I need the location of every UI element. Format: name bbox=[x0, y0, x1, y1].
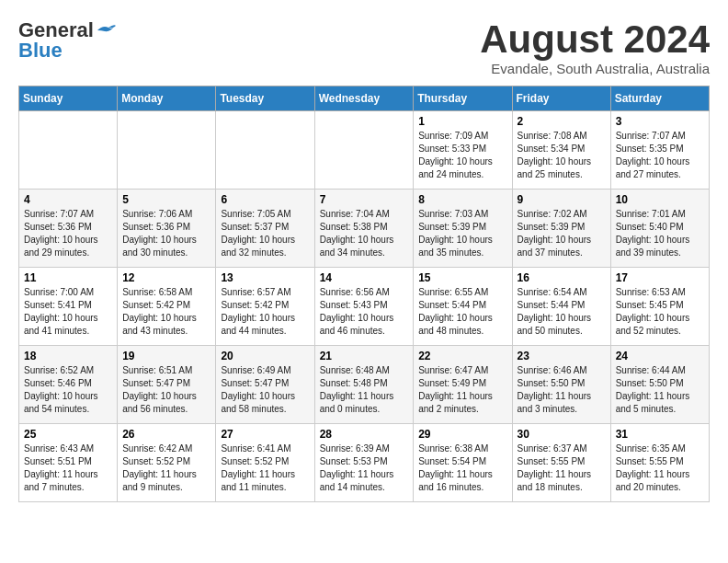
day-number: 23 bbox=[518, 350, 606, 362]
calendar-cell bbox=[118, 111, 216, 190]
calendar-cell bbox=[216, 111, 314, 190]
day-number: 17 bbox=[616, 271, 704, 284]
calendar-cell: 17Sunrise: 6:53 AMSunset: 5:45 PMDayligh… bbox=[610, 268, 709, 346]
calendar-cell: 24Sunrise: 6:44 AMSunset: 5:50 PMDayligh… bbox=[610, 346, 709, 424]
day-info: Sunrise: 6:42 AMSunset: 5:52 PMDaylight:… bbox=[122, 442, 210, 494]
calendar-cell: 4Sunrise: 7:07 AMSunset: 5:36 PMDaylight… bbox=[19, 190, 118, 268]
calendar-cell: 6Sunrise: 7:05 AMSunset: 5:37 PMDaylight… bbox=[216, 190, 314, 268]
month-title: August 2024 bbox=[480, 18, 710, 61]
title-block: August 2024 Evandale, South Australia, A… bbox=[480, 18, 710, 76]
calendar-week-row: 25Sunrise: 6:43 AMSunset: 5:51 PMDayligh… bbox=[19, 424, 710, 502]
calendar-cell: 19Sunrise: 6:51 AMSunset: 5:47 PMDayligh… bbox=[118, 346, 216, 424]
day-info: Sunrise: 7:00 AMSunset: 5:41 PMDaylight:… bbox=[24, 286, 112, 338]
day-info: Sunrise: 7:05 AMSunset: 5:37 PMDaylight:… bbox=[221, 208, 309, 259]
day-number: 26 bbox=[122, 428, 210, 441]
day-number: 28 bbox=[320, 428, 409, 441]
day-number: 2 bbox=[518, 115, 606, 128]
day-info: Sunrise: 7:07 AMSunset: 5:35 PMDaylight:… bbox=[616, 130, 704, 181]
calendar-week-row: 11Sunrise: 7:00 AMSunset: 5:41 PMDayligh… bbox=[19, 268, 710, 346]
day-info: Sunrise: 7:04 AMSunset: 5:38 PMDaylight:… bbox=[320, 208, 409, 259]
day-info: Sunrise: 6:37 AMSunset: 5:55 PMDaylight:… bbox=[518, 442, 606, 494]
day-info: Sunrise: 7:02 AMSunset: 5:39 PMDaylight:… bbox=[518, 208, 606, 259]
calendar-cell: 12Sunrise: 6:58 AMSunset: 5:42 PMDayligh… bbox=[118, 268, 216, 346]
weekday-header: Wednesday bbox=[314, 86, 414, 111]
day-number: 16 bbox=[518, 271, 606, 284]
day-number: 22 bbox=[418, 350, 506, 362]
day-number: 20 bbox=[221, 350, 309, 362]
day-number: 29 bbox=[418, 428, 506, 441]
day-number: 12 bbox=[122, 271, 210, 284]
day-number: 24 bbox=[616, 350, 704, 362]
day-info: Sunrise: 6:38 AMSunset: 5:54 PMDaylight:… bbox=[418, 442, 506, 494]
day-info: Sunrise: 7:03 AMSunset: 5:39 PMDaylight:… bbox=[418, 208, 506, 259]
day-info: Sunrise: 6:53 AMSunset: 5:45 PMDaylight:… bbox=[616, 286, 704, 338]
weekday-header-row: SundayMondayTuesdayWednesdayThursdayFrid… bbox=[19, 86, 710, 111]
day-number: 3 bbox=[616, 115, 704, 128]
calendar-cell: 30Sunrise: 6:37 AMSunset: 5:55 PMDayligh… bbox=[512, 424, 610, 502]
calendar-cell bbox=[314, 111, 414, 190]
day-number: 21 bbox=[320, 350, 409, 362]
weekday-header: Friday bbox=[512, 86, 610, 111]
logo-blue: Blue bbox=[18, 39, 63, 63]
day-number: 27 bbox=[221, 428, 309, 441]
calendar-cell: 25Sunrise: 6:43 AMSunset: 5:51 PMDayligh… bbox=[19, 424, 118, 502]
calendar-cell: 29Sunrise: 6:38 AMSunset: 5:54 PMDayligh… bbox=[414, 424, 512, 502]
calendar-cell: 10Sunrise: 7:01 AMSunset: 5:40 PMDayligh… bbox=[610, 190, 709, 268]
calendar-week-row: 4Sunrise: 7:07 AMSunset: 5:36 PMDaylight… bbox=[19, 190, 710, 268]
calendar-week-row: 1Sunrise: 7:09 AMSunset: 5:33 PMDaylight… bbox=[19, 111, 710, 190]
calendar-cell: 5Sunrise: 7:06 AMSunset: 5:36 PMDaylight… bbox=[118, 190, 216, 268]
day-number: 4 bbox=[24, 193, 112, 206]
day-info: Sunrise: 6:46 AMSunset: 5:50 PMDaylight:… bbox=[518, 364, 606, 416]
calendar-cell: 3Sunrise: 7:07 AMSunset: 5:35 PMDaylight… bbox=[610, 111, 709, 190]
logo-bird-icon bbox=[96, 23, 116, 38]
day-number: 8 bbox=[418, 193, 506, 206]
day-number: 5 bbox=[122, 193, 210, 206]
day-info: Sunrise: 6:54 AMSunset: 5:44 PMDaylight:… bbox=[518, 286, 606, 338]
day-info: Sunrise: 6:43 AMSunset: 5:51 PMDaylight:… bbox=[24, 442, 112, 494]
calendar-cell: 8Sunrise: 7:03 AMSunset: 5:39 PMDaylight… bbox=[414, 190, 512, 268]
day-info: Sunrise: 6:44 AMSunset: 5:50 PMDaylight:… bbox=[616, 364, 704, 416]
day-number: 15 bbox=[418, 271, 506, 284]
calendar-cell: 23Sunrise: 6:46 AMSunset: 5:50 PMDayligh… bbox=[512, 346, 610, 424]
day-number: 7 bbox=[320, 193, 409, 206]
calendar-cell: 14Sunrise: 6:56 AMSunset: 5:43 PMDayligh… bbox=[314, 268, 414, 346]
day-info: Sunrise: 6:49 AMSunset: 5:47 PMDaylight:… bbox=[221, 364, 309, 416]
calendar-cell: 1Sunrise: 7:09 AMSunset: 5:33 PMDaylight… bbox=[414, 111, 512, 190]
day-number: 25 bbox=[24, 428, 112, 441]
day-info: Sunrise: 6:47 AMSunset: 5:49 PMDaylight:… bbox=[418, 364, 506, 416]
calendar-cell: 15Sunrise: 6:55 AMSunset: 5:44 PMDayligh… bbox=[414, 268, 512, 346]
weekday-header: Monday bbox=[118, 86, 216, 111]
weekday-header: Saturday bbox=[610, 86, 709, 111]
day-number: 9 bbox=[518, 193, 606, 206]
day-number: 11 bbox=[24, 271, 112, 284]
weekday-header: Sunday bbox=[19, 86, 118, 111]
calendar-cell: 16Sunrise: 6:54 AMSunset: 5:44 PMDayligh… bbox=[512, 268, 610, 346]
calendar-cell: 27Sunrise: 6:41 AMSunset: 5:52 PMDayligh… bbox=[216, 424, 314, 502]
day-number: 14 bbox=[320, 271, 409, 284]
day-info: Sunrise: 7:07 AMSunset: 5:36 PMDaylight:… bbox=[24, 208, 112, 259]
calendar-cell: 18Sunrise: 6:52 AMSunset: 5:46 PMDayligh… bbox=[19, 346, 118, 424]
day-number: 30 bbox=[518, 428, 606, 441]
calendar-cell: 31Sunrise: 6:35 AMSunset: 5:55 PMDayligh… bbox=[610, 424, 709, 502]
day-info: Sunrise: 6:48 AMSunset: 5:48 PMDaylight:… bbox=[320, 364, 409, 416]
day-number: 6 bbox=[221, 193, 309, 206]
weekday-header: Thursday bbox=[414, 86, 512, 111]
logo: General Blue bbox=[18, 18, 116, 63]
day-info: Sunrise: 7:06 AMSunset: 5:36 PMDaylight:… bbox=[122, 208, 210, 259]
calendar-cell: 11Sunrise: 7:00 AMSunset: 5:41 PMDayligh… bbox=[19, 268, 118, 346]
day-info: Sunrise: 6:51 AMSunset: 5:47 PMDaylight:… bbox=[122, 364, 210, 416]
calendar-cell: 13Sunrise: 6:57 AMSunset: 5:42 PMDayligh… bbox=[216, 268, 314, 346]
day-info: Sunrise: 7:09 AMSunset: 5:33 PMDaylight:… bbox=[418, 130, 506, 181]
day-number: 1 bbox=[418, 115, 506, 128]
day-number: 10 bbox=[616, 193, 704, 206]
weekday-header: Tuesday bbox=[216, 86, 314, 111]
calendar-cell bbox=[19, 111, 118, 190]
calendar-cell: 20Sunrise: 6:49 AMSunset: 5:47 PMDayligh… bbox=[216, 346, 314, 424]
page-header: General Blue August 2024 Evandale, South… bbox=[18, 18, 710, 76]
day-info: Sunrise: 6:56 AMSunset: 5:43 PMDaylight:… bbox=[320, 286, 409, 338]
day-number: 19 bbox=[122, 350, 210, 362]
day-info: Sunrise: 6:55 AMSunset: 5:44 PMDaylight:… bbox=[418, 286, 506, 338]
day-info: Sunrise: 7:01 AMSunset: 5:40 PMDaylight:… bbox=[616, 208, 704, 259]
calendar-week-row: 18Sunrise: 6:52 AMSunset: 5:46 PMDayligh… bbox=[19, 346, 710, 424]
day-info: Sunrise: 6:39 AMSunset: 5:53 PMDaylight:… bbox=[320, 442, 409, 494]
